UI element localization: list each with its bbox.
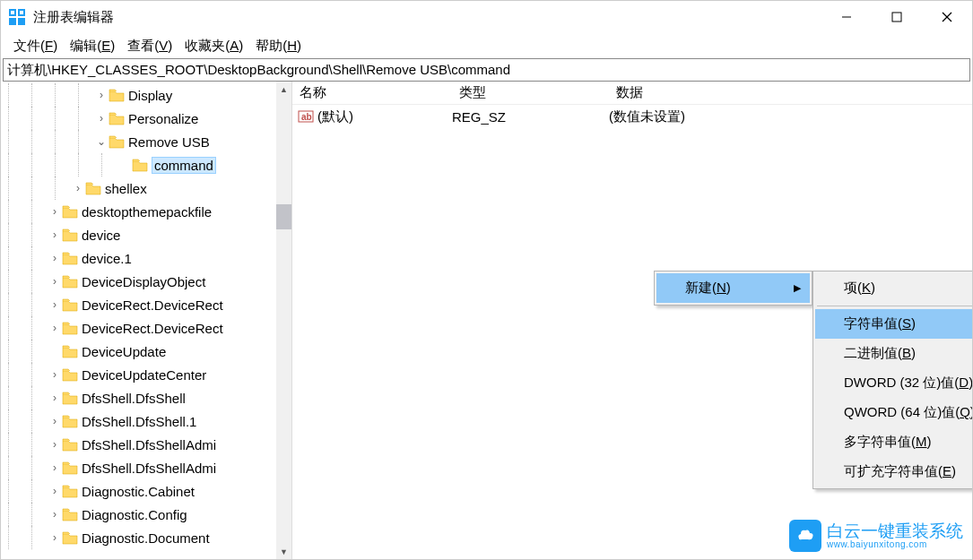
menu-help[interactable]: 帮助(H)	[252, 36, 305, 56]
tree-item[interactable]: ›Diagnostic.Document	[1, 526, 291, 549]
tree-expander-icon[interactable]: ›	[48, 485, 62, 497]
submenu-item[interactable]: DWORD (32 位)值(D)	[815, 368, 973, 398]
col-name[interactable]: 名称	[292, 84, 452, 101]
tree-item[interactable]: ›DfsShell.DfsShell	[1, 386, 291, 409]
tree-item-label: desktopthemepackfile	[82, 204, 212, 220]
submenu-arrow-icon: ▶	[794, 282, 801, 294]
submenu-item-label: 项(K)	[844, 280, 875, 297]
tree-item-label: Personalize	[128, 111, 198, 126]
tree-item[interactable]: ›DeviceRect.DeviceRect	[1, 316, 291, 340]
tree-expander-icon[interactable]: ›	[48, 508, 62, 521]
context-new-label: 新建(N)	[685, 280, 731, 297]
tree-scrollbar[interactable]: ▲ ▼	[276, 82, 291, 559]
menu-file[interactable]: 文件(F)	[10, 36, 61, 56]
scroll-thumb[interactable]	[276, 204, 291, 229]
tree-expander-icon[interactable]: ›	[48, 298, 62, 311]
menu-view[interactable]: 查看(V)	[124, 36, 176, 56]
tree-expander-icon[interactable]: ›	[48, 228, 62, 241]
submenu-item[interactable]: QWORD (64 位)值(Q)	[815, 398, 973, 427]
tree-item[interactable]: ›desktopthemepackfile	[1, 200, 291, 223]
maximize-button[interactable]	[872, 1, 922, 33]
submenu-item-label: 二进制值(B)	[844, 345, 916, 362]
tree-item-label: DeviceUpdateCenter	[82, 367, 206, 383]
tree-item[interactable]: DeviceUpdate	[1, 340, 291, 363]
title-bar: 注册表编辑器	[1, 1, 972, 33]
tree-item[interactable]: ›Diagnostic.Config	[1, 503, 291, 526]
context-new[interactable]: 新建(N) ▶	[656, 273, 810, 303]
tree-item[interactable]: ›DeviceDisplayObject	[1, 270, 291, 293]
tree-item[interactable]: ›Personalize	[1, 107, 291, 130]
tree-item[interactable]: ›DfsShell.DfsShellAdmi	[1, 433, 291, 456]
tree-expander-icon[interactable]: ›	[48, 205, 62, 218]
watermark: 白云一键重装系统 www.baiyunxitong.com	[789, 520, 963, 552]
workspace: ›Display›Personalize⌄Remove USBcommand›s…	[1, 82, 972, 559]
tree-item[interactable]: ›DfsShell.DfsShellAdmi	[1, 456, 291, 479]
tree-item-label: Diagnostic.Config	[82, 507, 187, 522]
submenu-item[interactable]: 可扩充字符串值(E)	[815, 457, 973, 487]
col-data[interactable]: 数据	[609, 84, 972, 101]
tree-item-label: DeviceRect.DeviceRect	[82, 297, 223, 313]
tree-item[interactable]: ›DfsShell.DfsShell.1	[1, 409, 291, 433]
tree-item[interactable]: ›Diagnostic.Cabinet	[1, 479, 291, 503]
tree-expander-icon[interactable]: ›	[71, 182, 85, 194]
submenu-item[interactable]: 二进制值(B)	[815, 339, 973, 368]
svg-rect-4	[11, 11, 14, 14]
tree-expander-icon[interactable]: ›	[48, 438, 62, 451]
submenu-item[interactable]: 字符串值(S)	[815, 309, 973, 339]
svg-text:ab: ab	[301, 112, 312, 122]
value-row[interactable]: ab (默认) REG_SZ (数值未设置)	[292, 105, 972, 128]
menu-favorites[interactable]: 收藏夹(A)	[181, 36, 247, 56]
context-menu: 新建(N) ▶	[654, 271, 812, 306]
tree-expander-icon[interactable]: ›	[48, 252, 62, 264]
svg-rect-7	[892, 13, 901, 22]
tree-expander-icon[interactable]: ›	[48, 415, 62, 427]
tree-expander-icon[interactable]: ›	[48, 368, 62, 381]
tree-item-label: DfsShell.DfsShellAdmi	[82, 437, 216, 452]
tree-item-label: DeviceDisplayObject	[82, 274, 205, 289]
menu-bar: 文件(F) 编辑(E) 查看(V) 收藏夹(A) 帮助(H)	[1, 33, 972, 58]
tree-item-label: DeviceRect.DeviceRect	[82, 321, 223, 336]
svg-rect-5	[20, 11, 23, 14]
tree-item-label: DfsShell.DfsShellAdmi	[82, 461, 216, 476]
tree-item-label: device.1	[82, 251, 132, 266]
tree-expander-icon[interactable]: ›	[48, 322, 62, 334]
tree-item-label: Display	[128, 88, 172, 103]
tree-item[interactable]: ›shellex	[1, 177, 291, 200]
address-bar[interactable]: 计算机\HKEY_CLASSES_ROOT\DesktopBackground\…	[3, 58, 970, 82]
tree-item[interactable]: ›Display	[1, 83, 291, 107]
tree-item-label: DeviceUpdate	[82, 344, 166, 359]
submenu-item[interactable]: 多字符串值(M)	[815, 427, 973, 457]
string-value-icon: ab	[298, 108, 314, 125]
tree-expander-icon[interactable]: ›	[48, 275, 62, 288]
tree-item[interactable]: ›device	[1, 223, 291, 246]
submenu-item-label: 多字符串值(M)	[844, 434, 932, 451]
list-header: 名称 类型 数据	[292, 82, 972, 105]
col-type[interactable]: 类型	[452, 84, 609, 101]
address-text: 计算机\HKEY_CLASSES_ROOT\DesktopBackground\…	[7, 62, 510, 79]
tree-expander-icon[interactable]: ›	[94, 89, 109, 101]
close-button[interactable]	[922, 1, 972, 33]
scroll-up-icon[interactable]: ▲	[276, 82, 291, 97]
scroll-down-icon[interactable]: ▼	[276, 544, 291, 559]
tree-item[interactable]: ⌄Remove USB	[1, 130, 291, 153]
tree-item[interactable]: ›DeviceRect.DeviceRect	[1, 293, 291, 316]
tree-expander-icon[interactable]: ›	[48, 531, 62, 544]
tree-item-label: command	[152, 157, 216, 174]
tree-expander-icon[interactable]: ⌄	[94, 135, 109, 148]
tree-expander-icon[interactable]: ›	[48, 461, 62, 474]
menu-edit[interactable]: 编辑(E)	[66, 36, 118, 56]
tree-item-label: DfsShell.DfsShell	[82, 391, 186, 406]
window-controls	[821, 1, 972, 33]
submenu-item[interactable]: 项(K)	[815, 273, 973, 303]
tree-expander-icon[interactable]: ›	[48, 392, 62, 404]
tree-item-label: DfsShell.DfsShell.1	[82, 414, 196, 429]
minimize-button[interactable]	[821, 1, 872, 33]
submenu-item-label: 可扩充字符串值(E)	[844, 463, 956, 480]
context-submenu: 项(K)字符串值(S)二进制值(B)DWORD (32 位)值(D)QWORD …	[812, 271, 973, 489]
tree-expander-icon[interactable]: ›	[94, 112, 109, 125]
tree-item-label: Diagnostic.Cabinet	[82, 484, 195, 499]
tree-item[interactable]: ›DeviceUpdateCenter	[1, 363, 291, 386]
tree-item[interactable]: ›device.1	[1, 246, 291, 270]
svg-rect-2	[9, 18, 16, 25]
tree-item[interactable]: command	[1, 153, 291, 177]
